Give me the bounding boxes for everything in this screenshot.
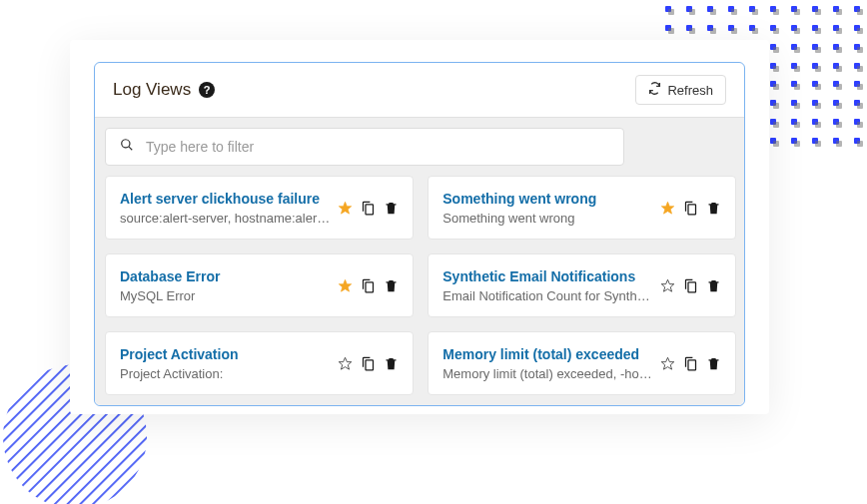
filter-input[interactable] — [146, 139, 609, 155]
star-empty-icon[interactable] — [660, 278, 675, 293]
card-description: Something went wrong — [442, 211, 652, 226]
log-view-card[interactable]: Synthetic Email NotificationsEmail Notif… — [428, 253, 736, 317]
card-description: MySQL Error — [120, 288, 330, 303]
page-title: Log Views — [113, 80, 191, 100]
card-title[interactable]: Alert server clickhouse failure — [120, 191, 330, 207]
trash-icon[interactable] — [384, 278, 399, 293]
star-filled-icon[interactable] — [338, 278, 353, 293]
help-icon[interactable]: ? — [199, 82, 215, 98]
card-title[interactable]: Something went wrong — [442, 191, 652, 207]
copy-icon[interactable] — [683, 278, 698, 293]
filter-box[interactable] — [105, 128, 624, 166]
log-view-card[interactable]: Memory limit (total) exceededMemory limi… — [428, 331, 736, 395]
log-view-card[interactable]: Alert server clickhouse failuresource:al… — [105, 176, 414, 240]
log-views-panel: Log Views ? Refresh Alert server clickho… — [94, 62, 745, 406]
svg-marker-3 — [340, 202, 353, 214]
card-title[interactable]: Memory limit (total) exceeded — [442, 346, 652, 362]
log-view-card[interactable]: Database ErrorMySQL Error — [105, 253, 414, 317]
main-window: Log Views ? Refresh Alert server clickho… — [70, 40, 769, 414]
svg-marker-6 — [661, 279, 674, 291]
star-empty-icon[interactable] — [338, 356, 353, 371]
card-description: Memory limit (total) exceeded, -ho… — [442, 366, 652, 381]
svg-marker-7 — [340, 357, 353, 369]
copy-icon[interactable] — [361, 278, 376, 293]
card-description: source:alert-server, hostname:aler… — [120, 211, 330, 226]
copy-icon[interactable] — [683, 356, 698, 371]
trash-icon[interactable] — [706, 201, 721, 216]
card-actions — [660, 201, 721, 216]
star-filled-icon[interactable] — [660, 201, 675, 216]
card-description: Project Activation: — [120, 366, 330, 381]
trash-icon[interactable] — [706, 278, 721, 293]
card-description: Email Notification Count for Synth… — [442, 288, 652, 303]
svg-marker-5 — [340, 279, 353, 291]
log-view-card[interactable]: Project ActivationProject Activation: — [105, 331, 414, 395]
svg-marker-4 — [661, 202, 674, 214]
copy-icon[interactable] — [683, 201, 698, 216]
copy-icon[interactable] — [361, 201, 376, 216]
card-title[interactable]: Project Activation — [120, 346, 330, 362]
refresh-icon — [648, 82, 661, 98]
log-view-card[interactable]: Something went wrongSomething went wrong — [428, 176, 736, 240]
trash-icon[interactable] — [706, 356, 721, 371]
card-title[interactable]: Synthetic Email Notifications — [442, 268, 652, 284]
cards-grid: Alert server clickhouse failuresource:al… — [105, 176, 734, 395]
search-icon — [120, 138, 146, 156]
refresh-label: Refresh — [667, 83, 713, 98]
card-actions — [338, 278, 399, 293]
card-title[interactable]: Database Error — [120, 268, 330, 284]
panel-body: Alert server clickhouse failuresource:al… — [95, 117, 744, 405]
card-actions — [338, 356, 399, 371]
refresh-button[interactable]: Refresh — [635, 75, 726, 105]
star-filled-icon[interactable] — [338, 201, 353, 216]
card-actions — [338, 201, 399, 216]
card-actions — [660, 356, 721, 371]
copy-icon[interactable] — [361, 356, 376, 371]
trash-icon[interactable] — [384, 201, 399, 216]
card-actions — [660, 278, 721, 293]
panel-header: Log Views ? Refresh — [95, 63, 744, 117]
trash-icon[interactable] — [384, 356, 399, 371]
star-empty-icon[interactable] — [660, 356, 675, 371]
svg-marker-8 — [661, 357, 674, 369]
